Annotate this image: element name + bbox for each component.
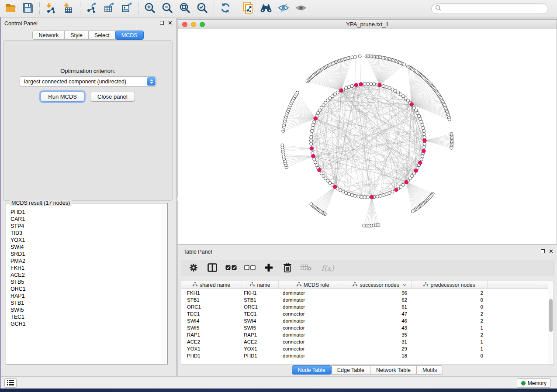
zoom-selected-button[interactable] xyxy=(194,1,211,16)
select-none-button[interactable] xyxy=(244,262,256,274)
table-row[interactable]: STB1STB1 dominator62 0 xyxy=(181,296,548,303)
result-list-item[interactable]: SRD1 xyxy=(10,251,161,258)
table-tabs: Node Table Edge Table Network Table Moti… xyxy=(178,365,557,375)
tab-network-table[interactable]: Network Table xyxy=(370,365,417,375)
export-image-button[interactable] xyxy=(118,1,135,16)
table-row[interactable]: SWI4SWI4 dominator46 2 xyxy=(181,317,548,324)
network-canvas[interactable] xyxy=(178,29,557,244)
export-network-button[interactable] xyxy=(83,1,100,16)
create-column-button[interactable] xyxy=(263,262,274,274)
eye-hide-icon xyxy=(277,3,290,14)
function-builder-button[interactable]: f(x) xyxy=(319,262,336,274)
table-scrollbar[interactable] xyxy=(548,281,554,364)
select-none-icon xyxy=(244,265,256,272)
close-window-icon[interactable] xyxy=(182,22,187,27)
zoom-selected-icon xyxy=(197,2,208,15)
network-window-title: YPA_prune.txt_1 xyxy=(178,20,557,29)
column-header-shared-name[interactable]: shared name xyxy=(181,281,242,289)
tab-edge-table[interactable]: Edge Table xyxy=(331,365,370,375)
column-header-successor-nodes[interactable]: successor nodes xyxy=(347,281,412,289)
result-list-item[interactable]: PHD1 xyxy=(10,209,161,216)
import-table-icon xyxy=(63,2,74,15)
table-row[interactable]: SWI5SWI5 connector43 1 xyxy=(181,324,548,331)
column-header-predecessor-nodes[interactable]: predecessor nodes xyxy=(412,281,488,289)
result-list-item[interactable]: STP4 xyxy=(10,223,161,230)
result-list-item[interactable]: TEC1 xyxy=(10,313,161,320)
result-list-item[interactable]: FKH1 xyxy=(10,265,161,272)
mcds-tab-panel: Optimization criterion: largest connecte… xyxy=(3,40,173,201)
result-scrollbar[interactable] xyxy=(162,204,167,364)
result-list-item[interactable]: SWI4 xyxy=(10,244,161,251)
export-table-button[interactable] xyxy=(100,1,118,16)
network-window-titlebar[interactable]: YPA_prune.txt_1 xyxy=(178,20,557,29)
status-bar: Memory xyxy=(0,376,557,389)
tab-node-table[interactable]: Node Table xyxy=(292,365,332,375)
minimize-window-icon[interactable] xyxy=(191,22,196,27)
zoom-fit-button[interactable] xyxy=(176,1,194,16)
memory-button[interactable]: Memory xyxy=(517,378,551,388)
result-list-item[interactable]: STB1 xyxy=(10,299,161,306)
import-table-button[interactable] xyxy=(60,1,77,16)
table-row[interactable]: FKH1FKH1 dominator96 2 xyxy=(181,289,548,296)
result-list-item[interactable]: STB5 xyxy=(10,279,161,285)
result-list-item[interactable]: SWI5 xyxy=(10,306,161,313)
result-list-item[interactable]: TID3 xyxy=(10,230,161,237)
sort-chevron-icon xyxy=(402,282,406,286)
mcds-result-list[interactable]: PHD1CAR1STP4TID3YOX1SWI4SRD1PMA2FKH1ACE2… xyxy=(7,205,161,364)
show-columns-button[interactable] xyxy=(207,262,218,274)
result-list-item[interactable]: GCR1 xyxy=(10,320,161,327)
open-session-button[interactable] xyxy=(2,1,19,16)
search-field[interactable] xyxy=(431,3,548,14)
save-session-button[interactable] xyxy=(19,1,37,16)
close-table-panel-icon[interactable]: ✕ xyxy=(549,249,554,254)
tab-mcds[interactable]: MCDS xyxy=(115,31,144,40)
tab-style[interactable]: Style xyxy=(64,31,89,40)
table-row[interactable]: PHD1PHD1 dominator18 0 xyxy=(181,352,548,359)
result-list-item[interactable]: ORC1 xyxy=(10,285,161,292)
application-window: Control Panel ✕ Network Style Select MCD… xyxy=(0,0,557,389)
column-header-MCDS-role[interactable]: MCDS role xyxy=(279,281,347,289)
table-row[interactable]: ORC1ORC1 dominator61 0 xyxy=(181,303,548,310)
tab-select[interactable]: Select xyxy=(88,31,116,40)
delete-column-button[interactable] xyxy=(282,262,293,274)
optimization-criterion-select[interactable]: largest connected component (undirected) xyxy=(20,76,156,86)
run-mcds-button[interactable]: Run MCDS xyxy=(41,92,84,102)
result-list-item[interactable]: CAR1 xyxy=(10,216,161,223)
float-panel-icon[interactable] xyxy=(160,21,164,25)
table-row[interactable]: RAP1RAP1 dominator35 2 xyxy=(181,331,548,338)
scrollbar-thumb[interactable] xyxy=(549,299,553,332)
share-document-button[interactable] xyxy=(240,1,257,16)
close-panel-icon[interactable]: ✕ xyxy=(168,21,173,25)
delete-table-button[interactable] xyxy=(301,262,312,274)
table-row[interactable]: YOX1YOX1 connector29 1 xyxy=(181,345,548,352)
tree-icon xyxy=(193,282,197,288)
table-row[interactable]: ACE2ACE2 connector31 1 xyxy=(181,338,548,345)
task-history-button[interactable] xyxy=(4,378,17,388)
tab-motifs[interactable]: Motifs xyxy=(416,365,443,375)
import-network-icon xyxy=(45,2,57,15)
import-network-button[interactable] xyxy=(42,1,60,16)
table-settings-button[interactable] xyxy=(188,262,199,274)
result-list-item[interactable]: PMA2 xyxy=(10,258,161,265)
toolbar-separator xyxy=(138,2,138,15)
maximize-window-icon[interactable] xyxy=(200,22,205,27)
main-toolbar xyxy=(0,0,557,17)
zoom-in-button[interactable] xyxy=(141,1,159,16)
float-table-panel-icon[interactable] xyxy=(541,249,545,253)
search-input[interactable] xyxy=(441,5,548,13)
tab-network[interactable]: Network xyxy=(32,31,65,40)
show-all-button[interactable] xyxy=(292,1,310,16)
zoom-out-icon xyxy=(162,2,173,15)
first-neighbors-button[interactable] xyxy=(257,1,275,16)
result-list-item[interactable]: ACE2 xyxy=(10,272,161,279)
table-row[interactable]: TEC1TEC1 connector47 2 xyxy=(181,310,548,317)
result-list-item[interactable]: RAP1 xyxy=(10,292,161,299)
column-header-name[interactable]: name xyxy=(242,281,279,289)
hide-selected-button[interactable] xyxy=(275,1,292,16)
apply-layout-button[interactable] xyxy=(217,1,234,16)
close-panel-button[interactable]: Close panel xyxy=(90,92,135,102)
zoom-out-button[interactable] xyxy=(159,1,176,16)
result-list-item[interactable]: YOX1 xyxy=(10,237,161,244)
select-all-button[interactable] xyxy=(225,262,237,274)
toolbar-separator xyxy=(237,2,237,15)
